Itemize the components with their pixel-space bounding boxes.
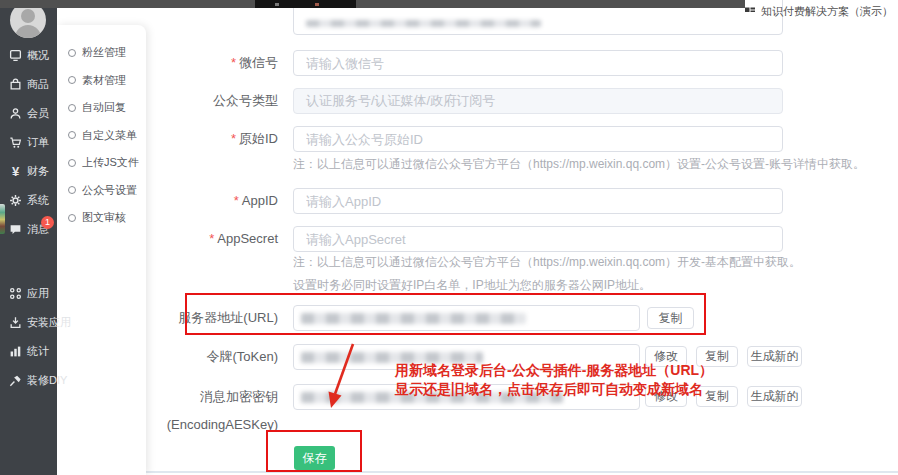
sidebar-item-label: 统计 (27, 344, 49, 359)
submenu-item-label: 公众号设置 (82, 183, 137, 198)
redacted-value (306, 20, 541, 27)
message-bubble-icon (9, 223, 22, 236)
account-type-value: 认证服务号/认证媒体/政府订阅号 (306, 92, 495, 110)
top-strip-tab (255, 0, 356, 8)
sidebar-item-orders[interactable]: 订单 (0, 128, 57, 157)
submenu-item-label: 图文审核 (82, 210, 126, 225)
sidebar-item-finance[interactable]: ¥ 财务 (0, 157, 57, 186)
radio-circle-icon (68, 49, 76, 57)
apps-icon (9, 287, 22, 300)
sidebar-item-label: 会员 (27, 106, 49, 121)
sidebar-item-system[interactable]: 系统 (0, 186, 57, 215)
app-window: 知识付费解决方案（演示） 概况 商品 会员 (0, 0, 898, 475)
submenu-item-upload-js[interactable]: 上传JS文件 (57, 149, 146, 177)
submenu-item-article-review[interactable]: 图文审核 (57, 204, 146, 232)
annotation-text: 用新域名登录后台-公众号插件-服务器地址（URL） 显示还是旧域名，点击保存后即… (395, 361, 735, 399)
goods-icon (9, 78, 22, 91)
sidebar: 概况 商品 会员 订单 ¥ 财务 (0, 0, 57, 475)
original-id-input[interactable] (293, 126, 783, 152)
header-brand[interactable]: 知识付费解决方案（演示） (744, 4, 893, 19)
sidebar-item-overview[interactable]: 概况 (0, 41, 57, 70)
submenu-item-material[interactable]: 素材管理 (57, 67, 146, 95)
generate-token-button[interactable]: 生成新的 (747, 346, 802, 367)
sidebar-item-label: 应用 (27, 286, 49, 301)
brand-icon (744, 6, 756, 18)
submenu-item-label: 素材管理 (82, 73, 126, 88)
sidebar-nav-bottom: 应用 安装应用 统计 装修DIY (0, 279, 57, 395)
sidebar-item-apps[interactable]: 应用 (0, 279, 57, 308)
radio-circle-icon (68, 76, 76, 84)
annotation-arrow-icon (318, 340, 368, 415)
radio-circle-icon (68, 104, 76, 112)
sidebar-item-label: 商品 (27, 77, 49, 92)
sidebar-item-diy[interactable]: 装修DIY (0, 366, 57, 395)
sidebar-nav-top: 概况 商品 会员 订单 ¥ 财务 (0, 41, 57, 244)
sidebar-item-goods[interactable]: 商品 (0, 70, 57, 99)
radio-circle-icon (68, 159, 76, 167)
sidebar-item-label: 概况 (27, 48, 49, 63)
submenu-item-autoreply[interactable]: 自动回复 (57, 94, 146, 122)
generate-aeskey-button[interactable]: 生成新的 (747, 386, 802, 407)
edge-widget[interactable] (0, 204, 5, 234)
required-mark: * (234, 193, 239, 208)
tab-mark (315, 3, 319, 6)
orders-cart-icon (9, 136, 22, 149)
install-download-icon (9, 316, 22, 329)
note-ip-whitelist: 设置时务必同时设置好IP白名单，IP地址为您的服务器公网IP地址。 (293, 277, 651, 294)
annotation-line1: 用新域名登录后台-公众号插件-服务器地址（URL） (395, 361, 735, 380)
annotation-rect-save (266, 430, 362, 472)
sidebar-item-label: 装修DIY (27, 373, 67, 388)
messages-badge: 1 (41, 216, 54, 229)
annotation-line2: 显示还是旧域名，点击保存后即可自动变成新域名 (395, 380, 735, 399)
submenu-item-mp-settings[interactable]: 公众号设置 (57, 177, 146, 205)
top-strip (0, 0, 745, 8)
sidebar-item-members[interactable]: 会员 (0, 99, 57, 128)
submenu-item-label: 粉丝管理 (82, 45, 126, 60)
finance-yen-icon: ¥ (9, 164, 22, 179)
diy-hammer-icon (9, 374, 22, 387)
sidebar-item-stats[interactable]: 统计 (0, 337, 57, 366)
note-dev-config: 注：以上信息可以通过微信公众号官方平台（https://mp.weixin.qq… (293, 254, 801, 271)
sidebar-item-label: 安装应用 (27, 315, 71, 330)
members-icon (9, 107, 22, 120)
sidebar-item-label: 系统 (27, 193, 49, 208)
tab-mark (275, 3, 279, 6)
submenu-item-label: 自定义菜单 (82, 128, 137, 143)
radio-circle-icon (68, 186, 76, 194)
stats-bars-icon (9, 345, 22, 358)
required-mark: * (231, 131, 236, 146)
sidebar-item-label: 财务 (27, 164, 49, 179)
annotation-rect-server-url (185, 293, 706, 335)
submenu-item-label: 上传JS文件 (82, 155, 139, 170)
submenu-item-label: 自动回复 (82, 100, 126, 115)
radio-circle-icon (68, 131, 76, 139)
submenu-item-fans[interactable]: 粉丝管理 (57, 39, 146, 67)
account-type-input: 认证服务号/认证媒体/政府订阅号 (293, 88, 783, 114)
note-account-info: 注：以上信息可以通过微信公众号官方平台（https://mp.weixin.qq… (293, 156, 865, 173)
appid-input[interactable] (293, 188, 783, 214)
dashboard-icon (9, 49, 22, 62)
bottom-divider (146, 471, 898, 473)
submenu-item-custom-menu[interactable]: 自定义菜单 (57, 122, 146, 150)
radio-circle-icon (68, 214, 76, 222)
required-mark: * (209, 231, 214, 246)
wechat-id-input[interactable] (293, 50, 783, 76)
appsecret-input[interactable] (293, 226, 783, 252)
header-brand-label: 知识付费解决方案（演示） (761, 4, 893, 19)
sidebar-item-label: 订单 (27, 135, 49, 150)
sidebar-item-install-apps[interactable]: 安装应用 (0, 308, 57, 337)
required-mark: * (231, 55, 236, 70)
system-gear-icon (9, 194, 22, 207)
submenu-card: 粉丝管理 素材管理 自动回复 自定义菜单 上传JS文件 公众号设置 图文审核 (57, 25, 146, 475)
